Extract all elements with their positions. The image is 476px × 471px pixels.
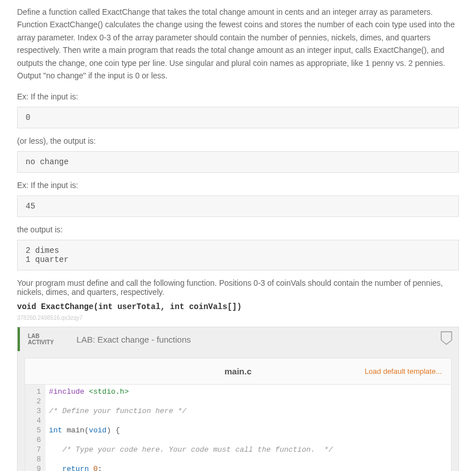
line-number: 8 bbox=[27, 455, 41, 464]
line-number-gutter: 1234567891011 bbox=[25, 385, 45, 471]
line-number: 6 bbox=[27, 435, 41, 445]
code-line[interactable]: /* Type your code here. Your code must c… bbox=[49, 445, 451, 455]
code-line[interactable] bbox=[49, 455, 451, 464]
line-number: 4 bbox=[27, 416, 41, 426]
line-number: 7 bbox=[27, 445, 41, 455]
line-number: 9 bbox=[27, 464, 41, 471]
lab-header: LAB ACTIVITY LAB: Exact change - functio… bbox=[18, 327, 458, 351]
lab-title: LAB: Exact change - functions bbox=[77, 335, 191, 344]
line-number: 1 bbox=[27, 387, 41, 397]
example2-output-box: 2 dimes 1 quarter bbox=[17, 240, 459, 270]
example2-label: Ex: If the input is: bbox=[17, 181, 459, 190]
lab-badge-line2: ACTIVITY bbox=[28, 339, 54, 345]
line-number: 5 bbox=[27, 426, 41, 435]
editor-toolbar: main.c Load default template... bbox=[25, 359, 451, 385]
code-line[interactable] bbox=[49, 435, 451, 445]
function-signature: void ExactChange(int userTotal, int coin… bbox=[17, 302, 459, 311]
lab-panel: LAB ACTIVITY LAB: Exact change - functio… bbox=[17, 327, 459, 471]
code-line[interactable] bbox=[49, 397, 451, 406]
example1-output-box: no change bbox=[17, 151, 459, 173]
code-line[interactable]: return 0; bbox=[49, 464, 451, 471]
line-number: 2 bbox=[27, 397, 41, 406]
watermark-text: 378260.2498516.qx3zqy7 bbox=[17, 315, 459, 321]
editor-filename: main.c bbox=[225, 366, 252, 376]
lab-badge: LAB ACTIVITY bbox=[28, 333, 54, 345]
code-line[interactable] bbox=[49, 416, 451, 426]
code-lines[interactable]: #include <stdio.h> /* Define your functi… bbox=[45, 385, 451, 471]
load-default-template-link[interactable]: Load default template... bbox=[365, 367, 442, 376]
lab-badge-line1: LAB bbox=[28, 333, 54, 339]
example1-label: Ex: If the input is: bbox=[17, 92, 459, 101]
code-editor[interactable]: 1234567891011 #include <stdio.h> /* Defi… bbox=[25, 385, 451, 471]
example1-input-box: 0 bbox=[17, 107, 459, 128]
example2-output-label: the output is: bbox=[17, 225, 459, 234]
code-editor-panel: main.c Load default template... 12345678… bbox=[24, 358, 452, 471]
code-line[interactable]: /* Define your function here */ bbox=[49, 406, 451, 416]
code-line[interactable]: #include <stdio.h> bbox=[49, 387, 451, 397]
must-define-text: Your program must define and call the fo… bbox=[17, 278, 459, 297]
code-line[interactable]: int main(void) { bbox=[49, 426, 451, 435]
line-number: 3 bbox=[27, 406, 41, 416]
example1-orless: (or less), the output is: bbox=[17, 136, 459, 145]
problem-description: Define a function called ExactChange tha… bbox=[17, 6, 459, 82]
shield-icon bbox=[440, 331, 453, 345]
example2-input-box: 45 bbox=[17, 195, 459, 217]
